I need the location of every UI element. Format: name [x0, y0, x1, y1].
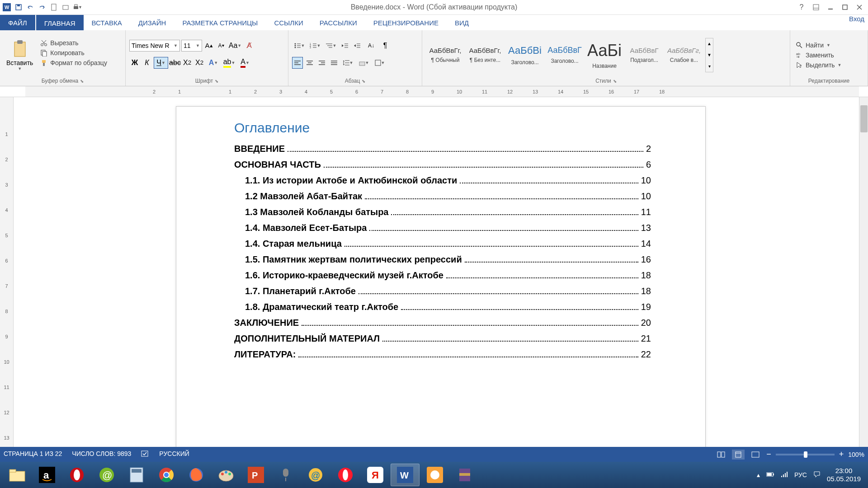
sort-button[interactable]: A↓ — [364, 40, 378, 52]
tab-file[interactable]: ФАЙЛ — [0, 15, 35, 30]
dialog-launcher-icon[interactable]: ⬊ — [362, 79, 365, 84]
minimize-icon[interactable] — [824, 2, 837, 12]
align-left-button[interactable] — [292, 57, 303, 69]
subscript-button[interactable]: X2 — [182, 57, 193, 69]
view-print-button[interactable] — [732, 450, 745, 460]
scroll-thumb[interactable] — [860, 105, 868, 132]
dialog-launcher-icon[interactable]: ⬊ — [613, 79, 617, 84]
show-marks-button[interactable]: ¶ — [380, 40, 391, 52]
taskbar-paint-icon[interactable] — [212, 464, 241, 486]
toc-entry[interactable]: 1.4. Старая мельница14 — [234, 239, 651, 249]
paste-button[interactable]: Вставить ▼ — [4, 38, 36, 72]
zoom-out-button[interactable]: − — [766, 450, 771, 459]
grow-font-button[interactable]: A▴ — [203, 40, 214, 52]
tray-battery-icon[interactable] — [766, 471, 774, 479]
taskbar-winrar-icon[interactable] — [450, 464, 479, 486]
multilevel-button[interactable]: ▼ — [324, 40, 338, 52]
tab-home[interactable]: ГЛАВНАЯ — [36, 15, 84, 30]
login-link[interactable]: Вход — [849, 15, 864, 23]
tab-layout[interactable]: РАЗМЕТКА СТРАНИЦЫ — [174, 15, 266, 30]
taskbar-opera-icon[interactable] — [62, 464, 91, 486]
toc-entry[interactable]: ВВЕДЕНИЕ2 — [234, 144, 651, 154]
zoom-slider[interactable] — [776, 454, 835, 455]
toc-entry[interactable]: 1.6. Историко-краеведческий музей г.Акто… — [234, 270, 651, 281]
cut-button[interactable]: Вырезать — [38, 38, 109, 47]
shading-button[interactable]: ▼ — [357, 57, 371, 69]
new-doc-icon[interactable] — [49, 2, 59, 12]
ribbon-options-icon[interactable] — [809, 2, 823, 12]
dialog-launcher-icon[interactable]: ⬊ — [215, 79, 218, 84]
close-icon[interactable] — [853, 2, 866, 12]
underline-button[interactable]: Ч ▼ — [154, 57, 168, 69]
select-button[interactable]: Выделить ▼ — [794, 61, 844, 70]
toc-entry[interactable]: ЗАКЛЮЧЕНИЕ20 — [234, 318, 651, 328]
redo-icon[interactable] — [37, 2, 47, 12]
style-item-1[interactable]: АаБбВвГг,¶ Без инте... — [466, 38, 505, 72]
toc-entry[interactable]: ДОПОЛНИТЕЛЬНЫЙ МАТЕРИАЛ21 — [234, 333, 651, 344]
taskbar-word-icon[interactable]: W — [391, 464, 420, 486]
taskbar-chrome-icon[interactable] — [152, 464, 181, 486]
taskbar-firefox-icon[interactable] — [182, 464, 211, 486]
style-item-0[interactable]: АаБбВвГг,¶ Обычный — [426, 38, 465, 72]
increase-indent-button[interactable] — [352, 40, 363, 52]
tab-design[interactable]: ДИЗАЙН — [130, 15, 175, 30]
decrease-indent-button[interactable] — [340, 40, 350, 52]
undo-icon[interactable] — [25, 2, 35, 12]
zoom-thumb[interactable] — [804, 451, 807, 458]
superscript-button[interactable]: X2 — [194, 57, 205, 69]
bold-button[interactable]: Ж — [129, 57, 140, 69]
justify-button[interactable] — [329, 57, 340, 69]
taskbar-explorer-icon[interactable] — [3, 464, 32, 486]
taskbar-amazon-icon[interactable]: a — [33, 464, 61, 486]
zoom-in-button[interactable]: + — [839, 450, 844, 459]
scrollbar-vertical[interactable] — [859, 97, 868, 472]
find-button[interactable]: Найти ▼ — [794, 41, 844, 50]
font-color-button[interactable]: A▼ — [238, 57, 252, 69]
tab-references[interactable]: ССЫЛКИ — [266, 15, 311, 30]
toc-entry[interactable]: 1.3 Мавзолей Кобланды батыра11 — [234, 207, 651, 217]
taskbar-opera2-icon[interactable] — [331, 464, 360, 486]
tab-insert[interactable]: ВСТАВКА — [84, 15, 130, 30]
taskbar-scratch-icon[interactable] — [420, 464, 449, 486]
italic-button[interactable]: К — [142, 57, 152, 69]
style-item-4[interactable]: АаБіНазвание — [585, 38, 624, 72]
tray-network-icon[interactable] — [781, 471, 788, 479]
status-proofing-icon[interactable] — [141, 450, 149, 459]
clear-formatting-button[interactable]: A̸ — [244, 40, 255, 52]
style-item-6[interactable]: АаБбВвГг,Слабое в... — [665, 38, 703, 72]
maximize-icon[interactable] — [838, 2, 852, 12]
ruler-vertical[interactable]: 12345678910111213 — [0, 97, 14, 472]
print-icon[interactable]: ▼ — [72, 2, 82, 12]
align-right-button[interactable] — [316, 57, 327, 69]
ruler-horizontal[interactable]: 21123456789101112131415161718 — [0, 86, 868, 97]
tab-view[interactable]: ВИД — [447, 15, 477, 30]
gallery-up-button[interactable]: ▲ — [706, 38, 713, 50]
font-name-combo[interactable]: Times New R▼ — [129, 40, 180, 52]
copy-button[interactable]: Копировать — [38, 48, 109, 57]
taskbar-powerpoint-icon[interactable]: P — [241, 464, 270, 486]
zoom-value[interactable]: 100% — [848, 451, 864, 458]
gallery-down-button[interactable]: ▼ — [706, 49, 713, 61]
tray-clock[interactable]: 23:00 05.05.2019 — [827, 467, 861, 483]
style-item-5[interactable]: АаБбВвГПодзагол... — [625, 38, 664, 72]
open-icon[interactable] — [61, 2, 71, 12]
toc-entry[interactable]: 1.2 Мавзолей Абат-Байтак10 — [234, 191, 651, 202]
page[interactable]: Оглавление ВВЕДЕНИЕ2ОСНОВНАЯ ЧАСТЬ61.1. … — [176, 106, 706, 472]
view-read-button[interactable] — [715, 450, 727, 460]
align-center-button[interactable] — [304, 57, 315, 69]
taskbar-outlook-icon[interactable]: @ — [301, 464, 330, 486]
status-language[interactable]: РУССКИЙ — [159, 450, 189, 459]
style-item-3[interactable]: АаБбВвГЗаголово... — [545, 38, 584, 72]
style-item-2[interactable]: АаБбВіЗаголово... — [505, 38, 544, 72]
taskbar-mic-icon[interactable] — [271, 464, 300, 486]
tray-action-center-icon[interactable] — [813, 471, 821, 479]
taskbar-calculator-icon[interactable] — [122, 464, 151, 486]
toc-entry[interactable]: 1.4. Мавзолей Есет-Батыра13 — [234, 223, 651, 233]
toc-entry[interactable]: 1.7. Планетарий г.Актобе18 — [234, 286, 651, 296]
tab-mailings[interactable]: РАССЫЛКИ — [311, 15, 365, 30]
view-web-button[interactable] — [749, 450, 762, 460]
toc-entry[interactable]: 1.8. Драматический театр г.Актобе19 — [234, 302, 651, 312]
borders-button[interactable]: ▼ — [373, 57, 387, 69]
toc-entry[interactable]: ЛИТЕРАТУРА:22 — [234, 349, 651, 360]
toc-entry[interactable]: 1.1. Из истории Актобе и Актюбинской обл… — [234, 175, 651, 186]
